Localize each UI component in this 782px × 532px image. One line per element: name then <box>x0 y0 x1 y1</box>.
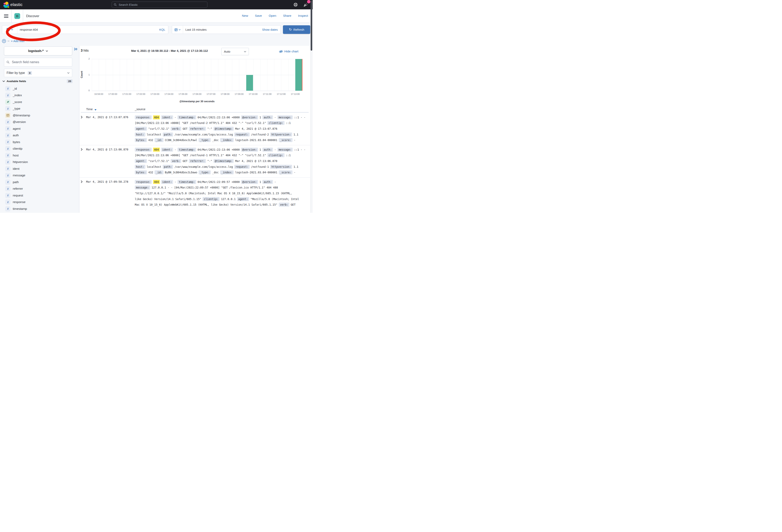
x-tick-label: 17:03:00 <box>148 93 162 95</box>
field-item[interactable]: trequest <box>5 193 23 198</box>
field-item[interactable]: tagent <box>5 126 21 131</box>
field-search-input[interactable] <box>11 60 70 64</box>
hide-chart-button[interactable]: Hide chart <box>279 50 298 53</box>
field-badge: host: <box>135 132 145 137</box>
x-tick-label: 17:13:00 <box>288 93 303 95</box>
field-type-badge <box>5 113 10 118</box>
histogram-bar[interactable] <box>246 75 253 91</box>
x-tick-label: 17:05:00 <box>176 93 190 95</box>
app-badge[interactable]: D <box>14 13 20 19</box>
field-item[interactable]: treferrer <box>5 186 23 191</box>
appbar-action-inspect[interactable]: Inspect <box>298 14 308 17</box>
filter-by-type-label: Filter by type <box>7 71 25 75</box>
date-quick-select-button[interactable] <box>172 26 183 34</box>
field-badge: bytes: <box>135 138 147 142</box>
field-value: 1 <box>259 148 261 151</box>
field-value: 127.0.0.1 <box>221 197 236 201</box>
field-badge: verb: <box>279 203 289 206</box>
show-dates-button[interactable]: Show dates <box>262 28 281 31</box>
column-header-time[interactable]: Time <box>86 107 93 111</box>
collapse-sidebar-icon[interactable] <box>74 47 78 51</box>
field-badge: _type: <box>199 138 211 142</box>
newsfeed-icon[interactable] <box>303 3 308 7</box>
filter-icon[interactable] <box>2 39 6 43</box>
menu-icon[interactable] <box>4 14 8 18</box>
field-value: /var/www/example.com/logs/access.log <box>174 133 233 136</box>
histogram-bar[interactable] <box>295 59 302 91</box>
field-name: @version <box>13 120 26 124</box>
y-tick-label: 0 <box>85 89 90 92</box>
source-line: agent:"curl/7.52.1"verb:GETreferrer:"-"@… <box>135 159 277 163</box>
field-item[interactable]: ttimestamp <box>5 206 27 212</box>
filter-by-type[interactable]: Filter by type 0 <box>4 69 72 77</box>
field-badge: message: <box>277 115 293 119</box>
field-value: 04/Mar/2021:22:13:06 +0000 <box>198 148 240 151</box>
field-badge: response: <box>135 148 152 152</box>
field-type-badge: # <box>5 100 10 105</box>
field-badge: httpversion: <box>270 132 292 137</box>
query-input[interactable] <box>19 28 156 32</box>
field-name: message <box>13 174 25 177</box>
field-item[interactable]: tauth <box>5 133 19 138</box>
interval-value: Auto <box>224 50 244 53</box>
expand-row-icon[interactable] <box>81 180 83 184</box>
field-item[interactable]: t_index <box>5 93 22 98</box>
sort-descending-icon[interactable] <box>95 109 97 111</box>
field-value: 1.1 <box>293 133 298 136</box>
refresh-button[interactable]: ↻ Refresh <box>283 25 310 34</box>
field-badge: referrer: <box>189 127 206 131</box>
field-item[interactable]: thttpversion <box>5 159 28 165</box>
field-item[interactable]: #_score <box>5 99 22 105</box>
field-type-badge: t <box>5 186 10 191</box>
field-name: agent <box>13 127 21 130</box>
field-item[interactable]: tresponse <box>5 199 26 205</box>
field-item[interactable]: t@version <box>5 119 26 125</box>
add-filter-button[interactable]: + Add filter <box>11 39 25 43</box>
field-item[interactable]: tmessage <box>5 173 25 178</box>
expand-row-icon[interactable] <box>81 148 83 152</box>
appbar-action-save[interactable]: Save <box>255 14 262 17</box>
field-badge: ident: <box>161 115 173 119</box>
x-tick-label: 17:06:00 <box>190 93 204 95</box>
field-item[interactable]: t_type <box>5 106 20 111</box>
appbar-action-share[interactable]: Share <box>283 14 291 17</box>
field-value: "curl/7.52.1" <box>148 159 170 162</box>
field-badge: _id: <box>154 170 164 174</box>
highlighted-value: 404 <box>153 148 159 152</box>
chevron-down-icon <box>67 72 70 74</box>
field-item[interactable]: tclientip <box>5 146 22 151</box>
appbar-action-new[interactable]: New <box>242 14 248 17</box>
field-item[interactable]: tbytes <box>5 139 20 145</box>
source-line: host:localhostpath:/var/www/example.com/… <box>135 132 298 137</box>
available-fields-header[interactable]: Available fields 20 <box>2 79 73 83</box>
appbar-action-open[interactable]: Open <box>269 14 276 17</box>
field-value: - <box>274 180 276 184</box>
index-pattern-select[interactable]: logstash-* <box>4 46 72 55</box>
time-range-value[interactable]: Last 15 minutes <box>185 28 262 31</box>
field-type-badge: t <box>5 119 10 124</box>
interval-select[interactable]: Auto <box>221 48 249 55</box>
field-item[interactable]: tpath <box>5 179 19 185</box>
field-value: 1 <box>259 180 261 184</box>
field-badge: auth: <box>262 180 273 184</box>
field-type-badge: t <box>5 146 10 151</box>
global-search-box[interactable] <box>112 2 207 8</box>
field-name: _score <box>13 100 22 104</box>
field-item[interactable]: tident <box>5 166 20 172</box>
field-item[interactable]: t_id <box>5 86 17 91</box>
field-value: localhost <box>147 133 161 136</box>
global-search-input[interactable] <box>118 3 205 7</box>
table-row: Mar 4, 2021 @ 17:09:58.278response:404id… <box>79 177 310 213</box>
field-value: Mar 4, 2021 @ 17:13:07.876 <box>235 127 277 130</box>
query-language-button[interactable]: KQL <box>156 28 168 31</box>
scrollbar-thumb[interactable] <box>311 0 312 50</box>
field-name: bytes <box>13 140 20 144</box>
elastic-logo-icon[interactable] <box>3 2 9 8</box>
field-name: referrer <box>13 187 23 190</box>
field-item[interactable]: @timestamp <box>5 113 30 118</box>
help-icon[interactable] <box>293 3 298 7</box>
field-item[interactable]: thost <box>5 153 19 158</box>
expand-row-icon[interactable] <box>81 116 83 119</box>
field-name: request <box>13 194 23 197</box>
saved-queries-button[interactable] <box>2 26 17 34</box>
